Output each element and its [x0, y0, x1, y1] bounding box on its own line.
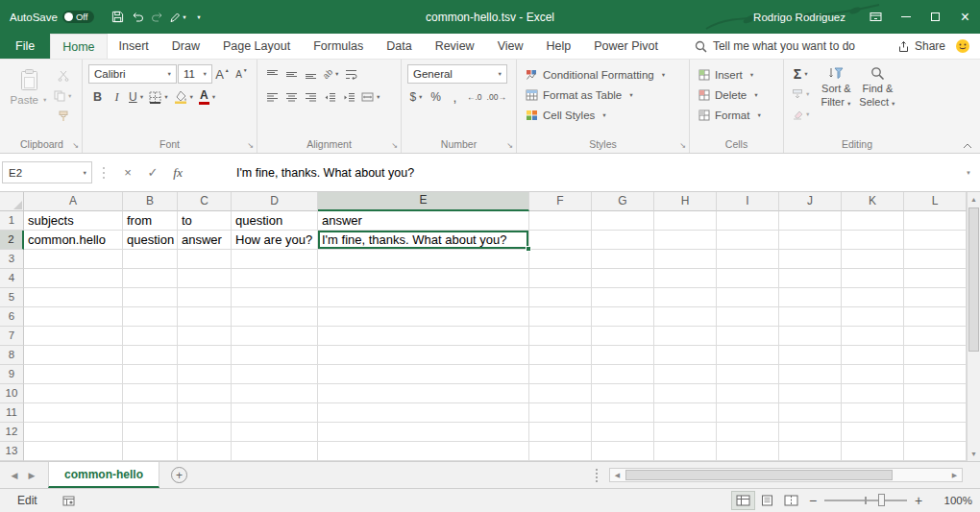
cell-C8[interactable] — [178, 346, 232, 365]
vscroll-down-icon[interactable]: ▼ — [968, 447, 980, 461]
font-dialog-launcher[interactable]: ↘ — [247, 142, 254, 150]
cell-C12[interactable] — [178, 423, 232, 442]
cell-H8[interactable] — [654, 346, 717, 365]
normal-view-button[interactable] — [731, 491, 755, 510]
grow-font-button[interactable]: A▲ — [213, 64, 232, 84]
cell-A2[interactable]: common.hello — [24, 231, 123, 250]
cell-G12[interactable] — [592, 423, 654, 442]
column-header-H[interactable]: H — [654, 192, 717, 211]
column-header-F[interactable]: F — [529, 192, 592, 211]
formula-bar-splitter[interactable] — [99, 172, 109, 174]
styles-dialog-launcher[interactable]: ↘ — [679, 142, 686, 150]
cell-A7[interactable] — [24, 327, 123, 346]
row-header-12[interactable]: 12 — [0, 423, 24, 442]
zoom-level[interactable]: 100% — [934, 495, 972, 506]
cell-A10[interactable] — [24, 384, 123, 403]
cell-L3[interactable] — [904, 250, 967, 269]
sheet-nav-left-icon[interactable]: ◀ — [6, 471, 23, 480]
orientation-button[interactable]: ab▼ — [321, 64, 341, 84]
cell-H1[interactable] — [654, 211, 717, 231]
cell-C4[interactable] — [178, 269, 232, 288]
cell-E10[interactable] — [318, 384, 529, 403]
cell-K8[interactable] — [842, 346, 904, 365]
row-header-10[interactable]: 10 — [0, 384, 24, 403]
row-header-4[interactable]: 4 — [0, 269, 24, 288]
font-size-select[interactable]: 11▼ — [178, 64, 212, 84]
feedback-button[interactable] — [955, 34, 970, 59]
cell-J5[interactable] — [779, 288, 842, 307]
cell-H3[interactable] — [654, 250, 717, 269]
pen-button[interactable]: ▼ — [168, 6, 187, 29]
cell-G7[interactable] — [592, 327, 654, 346]
cell-A11[interactable] — [24, 403, 123, 423]
cell-F2[interactable] — [529, 231, 592, 250]
macro-record-button[interactable] — [62, 496, 75, 506]
cell-H7[interactable] — [654, 327, 717, 346]
zoom-in-button[interactable]: + — [909, 493, 928, 508]
tab-power-pivot[interactable]: Power Pivot — [582, 34, 670, 59]
number-dialog-launcher[interactable]: ↘ — [506, 142, 513, 150]
cell-D12[interactable] — [232, 423, 318, 442]
cell-H6[interactable] — [654, 307, 717, 327]
font-color-button[interactable]: A▼ — [197, 87, 218, 107]
cell-J1[interactable] — [779, 211, 842, 231]
cell-E2[interactable]: I'm fine, thanks. What about you? — [318, 231, 529, 250]
cell-B12[interactable] — [123, 423, 178, 442]
column-header-A[interactable]: A — [24, 192, 123, 211]
cell-D5[interactable] — [232, 288, 318, 307]
column-header-D[interactable]: D — [232, 192, 318, 211]
cell-G9[interactable] — [592, 365, 654, 384]
cell-J9[interactable] — [779, 365, 842, 384]
row-header-3[interactable]: 3 — [0, 250, 24, 269]
delete-cells-button[interactable]: Delete▼ — [696, 85, 779, 105]
maximize-button[interactable] — [920, 0, 950, 34]
cell-C7[interactable] — [178, 327, 232, 346]
enter-button[interactable]: ✓ — [140, 161, 165, 183]
cell-L4[interactable] — [904, 269, 967, 288]
cell-G10[interactable] — [592, 384, 654, 403]
increase-decimal-button[interactable]: ←.0 — [465, 87, 484, 107]
cell-L1[interactable] — [904, 211, 967, 231]
cell-G4[interactable] — [592, 269, 654, 288]
shrink-font-button[interactable]: A▼ — [233, 64, 251, 84]
cell-H13[interactable] — [654, 442, 717, 461]
vscroll-up-icon[interactable]: ▲ — [968, 192, 980, 207]
cell-D2[interactable]: How are you? — [232, 231, 318, 250]
cell-G6[interactable] — [592, 307, 654, 327]
collapse-ribbon-button[interactable] — [963, 143, 972, 149]
cell-D1[interactable]: question — [232, 211, 318, 231]
cell-F9[interactable] — [529, 365, 592, 384]
cell-J2[interactable] — [779, 231, 842, 250]
cell-C6[interactable] — [178, 307, 232, 327]
align-top-button[interactable] — [263, 64, 282, 84]
cell-J6[interactable] — [779, 307, 842, 327]
cell-I8[interactable] — [717, 346, 779, 365]
cell-A13[interactable] — [24, 442, 123, 461]
cell-D7[interactable] — [232, 327, 318, 346]
clear-button[interactable]: ▼ — [790, 105, 812, 124]
tab-data[interactable]: Data — [375, 34, 423, 59]
row-header-11[interactable]: 11 — [0, 403, 24, 423]
cell-L5[interactable] — [904, 288, 967, 307]
cell-B6[interactable] — [123, 307, 178, 327]
cell-C10[interactable] — [178, 384, 232, 403]
cell-C13[interactable] — [178, 442, 232, 461]
cell-F10[interactable] — [529, 384, 592, 403]
column-header-I[interactable]: I — [717, 192, 779, 211]
tell-me-box[interactable]: Tell me what you want to do — [695, 34, 855, 59]
cell-H11[interactable] — [654, 403, 717, 423]
cell-G3[interactable] — [592, 250, 654, 269]
column-header-L[interactable]: L — [904, 192, 967, 211]
font-name-select[interactable]: Calibri▼ — [88, 64, 177, 84]
cell-L2[interactable] — [904, 231, 967, 250]
tab-draw[interactable]: Draw — [160, 34, 211, 59]
cell-K1[interactable] — [842, 211, 904, 231]
cell-A12[interactable] — [24, 423, 123, 442]
cell-F13[interactable] — [529, 442, 592, 461]
cell-L6[interactable] — [904, 307, 967, 327]
expand-formula-bar-button[interactable]: ▼ — [959, 170, 978, 176]
cell-D6[interactable] — [232, 307, 318, 327]
wrap-text-button[interactable] — [342, 64, 360, 84]
format-painter-button[interactable] — [52, 107, 74, 126]
cell-K5[interactable] — [842, 288, 904, 307]
